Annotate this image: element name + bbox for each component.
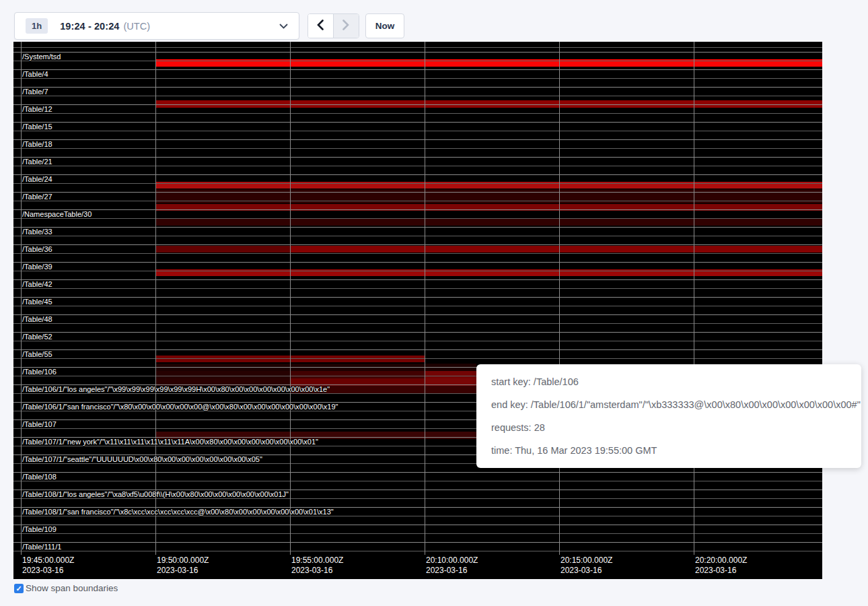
x-tick-date: 2023-03-16 <box>291 566 343 576</box>
grid-line-h <box>13 218 822 219</box>
heatmap-band[interactable] <box>155 196 822 203</box>
row-label: /Table/42 <box>22 280 52 289</box>
row-label: /Table/15 <box>22 123 52 131</box>
footer-controls: ✓ Show span boundaries <box>14 583 118 593</box>
x-axis-tick: 20:10:00.000Z2023-03-16 <box>426 556 478 576</box>
prev-time-button[interactable] <box>308 14 334 38</box>
row-label: /Table/106/1/"san francisco"/"\x80\x00\x… <box>22 403 338 411</box>
grid-line-h <box>13 122 822 123</box>
grid-line-h <box>13 244 822 245</box>
grid-line-h <box>13 358 822 359</box>
grid-line-v <box>21 42 22 555</box>
heatmap-band[interactable] <box>290 371 425 378</box>
key-visualizer-page: { "page": { "background": "#f5f6fa" }, "… <box>0 0 868 606</box>
grid-line-h <box>13 69 822 70</box>
row-label: /Table/18 <box>22 140 52 149</box>
x-axis-tick: 19:50:00.000Z2023-03-16 <box>157 556 209 576</box>
range-label: 19:24 - 20:24 <box>60 21 119 32</box>
grid-line-h <box>13 166 822 166</box>
grid-line-h <box>13 47 822 48</box>
x-tick-date: 2023-03-16 <box>426 566 478 576</box>
grid-line-v <box>694 42 694 555</box>
now-button-label: Now <box>375 21 395 31</box>
grid-line-h <box>13 183 822 184</box>
x-axis-tick: 19:45:00.000Z2023-03-16 <box>22 556 74 576</box>
row-label: /Table/106 <box>22 368 57 376</box>
heatmap-band[interactable] <box>290 246 822 252</box>
x-tick-date: 2023-03-16 <box>695 566 747 576</box>
x-axis-tick: 19:55:00.000Z2023-03-16 <box>291 556 343 576</box>
grid-line-h <box>13 253 822 254</box>
row-label: /Table/33 <box>22 228 52 236</box>
grid-line-v <box>559 42 560 555</box>
grid-line-h <box>13 236 822 236</box>
next-time-button-disabled[interactable] <box>334 14 359 38</box>
chevron-down-icon <box>279 24 288 29</box>
x-tick-time: 20:20:00.000Z <box>695 556 747 566</box>
row-label: /Table/107/1/"seattle"/"UUUUUUD\x00\x80\… <box>22 455 262 464</box>
row-label: /Table/45 <box>22 298 52 306</box>
tooltip-requests: requests: 28 <box>491 416 861 439</box>
grid-line-h <box>13 96 822 96</box>
row-label: /Table/107 <box>22 420 57 429</box>
grid-line-h <box>13 131 822 131</box>
grid-line-h <box>13 192 822 193</box>
grid-line-h <box>13 306 822 306</box>
row-label: /Table/36 <box>22 245 52 254</box>
row-label: /Table/108/1/"los angeles"/"\xa8\xf5\u00… <box>22 490 289 499</box>
row-label: /Table/4 <box>22 70 48 79</box>
grid-line-h <box>13 113 822 114</box>
row-label: /Table/108/1/"san francisco"/"\x8c\xcc\x… <box>22 508 334 516</box>
x-tick-date: 2023-03-16 <box>22 566 74 576</box>
grid-line-h <box>13 279 822 280</box>
grid-line-h <box>13 209 822 210</box>
grid-line-h <box>13 525 822 525</box>
grid-line-h <box>13 481 822 481</box>
grid-line-h <box>13 551 822 551</box>
x-tick-time: 20:10:00.000Z <box>426 556 478 566</box>
row-label: /Table/55 <box>22 350 52 359</box>
grid-line-h <box>13 201 822 201</box>
grid-line-h <box>13 314 822 315</box>
grid-line-v <box>425 42 425 555</box>
range-duration-badge: 1h <box>26 18 48 34</box>
row-label: /Table/12 <box>22 105 52 114</box>
show-span-boundaries-checkbox[interactable]: ✓ <box>14 584 24 593</box>
x-tick-time: 19:50:00.000Z <box>157 556 209 566</box>
time-nav-group <box>308 13 359 38</box>
grid-line-h <box>13 332 822 333</box>
row-label: /Table/48 <box>22 315 52 324</box>
x-axis-tick: 20:20:00.000Z2023-03-16 <box>695 556 747 576</box>
heatmap-band[interactable] <box>155 371 290 378</box>
tooltip-time: time: Thu, 16 Mar 2023 19:55:00 GMT <box>491 439 861 462</box>
heatmap-band[interactable] <box>155 246 290 252</box>
grid-line-h <box>13 542 822 543</box>
x-axis-tick: 20:15:00.000Z2023-03-16 <box>560 556 612 576</box>
tooltip-end-key: end key: /Table/106/1/"amsterdam"/"\xb33… <box>491 393 861 416</box>
grid-line-v <box>290 42 291 555</box>
heatmap-band[interactable] <box>155 219 822 226</box>
heatmap-canvas[interactable]: /System/tsd/Table/4/Table/7/Table/12/Tab… <box>13 42 822 579</box>
hover-tooltip: start key: /Table/106 end key: /Table/10… <box>476 364 861 468</box>
time-range-dropdown[interactable]: 1h 19:24 - 20:24 (UTC) <box>14 12 299 40</box>
heatmap-band[interactable] <box>155 189 822 196</box>
x-tick-time: 20:15:00.000Z <box>560 556 612 566</box>
grid-line-h <box>13 78 822 79</box>
grid-line-h <box>13 104 822 105</box>
grid-line-h <box>13 288 822 289</box>
grid-line-h <box>13 52 822 53</box>
row-label: /System/tsd <box>22 53 61 61</box>
row-label: /Table/27 <box>22 193 52 201</box>
x-tick-time: 19:55:00.000Z <box>291 556 343 566</box>
row-label: /Table/111/1 <box>22 543 61 551</box>
chevron-right-icon <box>342 20 349 33</box>
now-button[interactable]: Now <box>365 13 404 38</box>
show-span-boundaries-label: Show span boundaries <box>26 583 118 593</box>
row-label: /Table/109 <box>22 525 57 534</box>
x-tick-date: 2023-03-16 <box>157 566 209 576</box>
x-tick-time: 19:45:00.000Z <box>22 556 74 566</box>
grid-line-h <box>13 297 822 298</box>
chevron-left-icon <box>317 20 324 33</box>
range-timezone: (UTC) <box>124 21 150 32</box>
heatmap-band[interactable] <box>425 371 476 378</box>
